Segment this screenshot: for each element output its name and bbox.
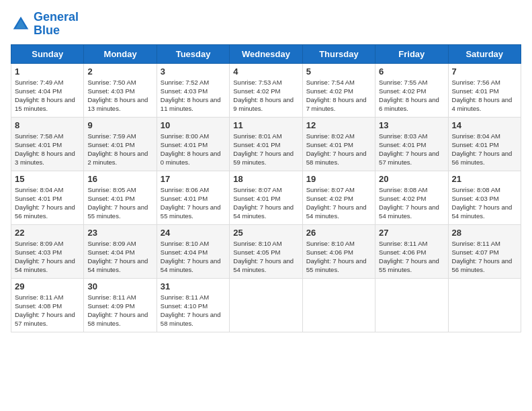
day-info: Sunrise: 8:11 AMSunset: 4:07 PMDaylight:… <box>452 239 517 275</box>
day-number: 19 <box>306 174 371 184</box>
day-info: Sunrise: 8:06 AMSunset: 4:01 PMDaylight:… <box>161 185 226 221</box>
weekday-header: Sunday <box>11 44 84 63</box>
day-number: 18 <box>233 174 298 184</box>
calendar-cell: 31Sunrise: 8:11 AMSunset: 4:10 PMDayligh… <box>157 278 229 332</box>
calendar-cell: 11Sunrise: 8:01 AMSunset: 4:01 PMDayligh… <box>230 117 302 171</box>
weekday-header: Saturday <box>448 44 521 63</box>
logo-icon <box>11 14 31 34</box>
calendar-cell: 6Sunrise: 7:55 AMSunset: 4:02 PMDaylight… <box>375 63 448 117</box>
day-info: Sunrise: 8:08 AMSunset: 4:02 PMDaylight:… <box>379 185 444 221</box>
day-number: 23 <box>87 228 152 238</box>
day-number: 11 <box>233 120 298 130</box>
day-number: 21 <box>452 174 517 184</box>
calendar-cell: 17Sunrise: 8:06 AMSunset: 4:01 PMDayligh… <box>157 171 229 224</box>
day-number: 7 <box>452 66 517 77</box>
day-number: 14 <box>452 120 517 130</box>
day-info: Sunrise: 8:04 AMSunset: 4:01 PMDaylight:… <box>452 132 517 167</box>
day-info: Sunrise: 8:10 AMSunset: 4:05 PMDaylight:… <box>233 239 298 275</box>
calendar-cell: 10Sunrise: 8:00 AMSunset: 4:01 PMDayligh… <box>157 117 229 171</box>
calendar-cell: 13Sunrise: 8:03 AMSunset: 4:01 PMDayligh… <box>375 117 448 171</box>
calendar-cell: 9Sunrise: 7:59 AMSunset: 4:01 PMDaylight… <box>84 117 157 171</box>
day-number: 5 <box>306 66 371 77</box>
calendar-cell: 5Sunrise: 7:54 AMSunset: 4:02 PMDaylight… <box>302 63 375 117</box>
calendar-cell: 25Sunrise: 8:10 AMSunset: 4:05 PMDayligh… <box>230 224 302 278</box>
day-number: 2 <box>87 66 152 77</box>
calendar-cell <box>448 278 521 332</box>
day-info: Sunrise: 8:07 AMSunset: 4:02 PMDaylight:… <box>306 185 371 221</box>
calendar-cell: 30Sunrise: 8:11 AMSunset: 4:09 PMDayligh… <box>84 278 157 332</box>
day-info: Sunrise: 8:11 AMSunset: 4:10 PMDaylight:… <box>161 293 226 328</box>
calendar-cell: 19Sunrise: 8:07 AMSunset: 4:02 PMDayligh… <box>302 171 375 224</box>
calendar-cell: 21Sunrise: 8:08 AMSunset: 4:03 PMDayligh… <box>448 171 521 224</box>
day-number: 17 <box>161 174 226 184</box>
day-number: 10 <box>161 120 226 130</box>
page-header: GeneralBlue <box>11 11 521 38</box>
calendar-cell: 14Sunrise: 8:04 AMSunset: 4:01 PMDayligh… <box>448 117 521 171</box>
day-number: 31 <box>161 281 226 291</box>
day-number: 4 <box>233 66 298 77</box>
weekday-header: Friday <box>375 44 448 63</box>
calendar-cell: 22Sunrise: 8:09 AMSunset: 4:03 PMDayligh… <box>11 224 84 278</box>
day-info: Sunrise: 8:02 AMSunset: 4:01 PMDaylight:… <box>306 132 371 167</box>
day-info: Sunrise: 8:11 AMSunset: 4:09 PMDaylight:… <box>87 293 152 328</box>
day-info: Sunrise: 8:01 AMSunset: 4:01 PMDaylight:… <box>233 132 298 167</box>
calendar-cell: 23Sunrise: 8:09 AMSunset: 4:04 PMDayligh… <box>84 224 157 278</box>
day-number: 27 <box>379 228 444 238</box>
weekday-header: Monday <box>84 44 157 63</box>
calendar-header-row: SundayMondayTuesdayWednesdayThursdayFrid… <box>11 44 521 63</box>
day-info: Sunrise: 8:00 AMSunset: 4:01 PMDaylight:… <box>161 132 226 167</box>
day-info: Sunrise: 8:08 AMSunset: 4:03 PMDaylight:… <box>452 185 517 221</box>
day-info: Sunrise: 8:05 AMSunset: 4:01 PMDaylight:… <box>87 185 152 221</box>
day-info: Sunrise: 7:54 AMSunset: 4:02 PMDaylight:… <box>306 78 371 113</box>
day-number: 28 <box>452 228 517 238</box>
logo: GeneralBlue <box>11 11 79 38</box>
calendar-week-row: 1Sunrise: 7:49 AMSunset: 4:04 PMDaylight… <box>11 63 521 117</box>
calendar-cell: 29Sunrise: 8:11 AMSunset: 4:08 PMDayligh… <box>11 278 84 332</box>
calendar-cell <box>230 278 302 332</box>
day-info: Sunrise: 7:53 AMSunset: 4:02 PMDaylight:… <box>233 78 298 113</box>
day-number: 26 <box>306 228 371 238</box>
calendar-week-row: 22Sunrise: 8:09 AMSunset: 4:03 PMDayligh… <box>11 224 521 278</box>
day-info: Sunrise: 7:58 AMSunset: 4:01 PMDaylight:… <box>15 132 80 167</box>
day-number: 13 <box>379 120 444 130</box>
day-number: 16 <box>87 174 152 184</box>
day-number: 9 <box>87 120 152 130</box>
day-info: Sunrise: 7:52 AMSunset: 4:03 PMDaylight:… <box>161 78 226 113</box>
day-number: 6 <box>379 66 444 77</box>
day-info: Sunrise: 7:56 AMSunset: 4:01 PMDaylight:… <box>452 78 517 113</box>
weekday-header: Thursday <box>302 44 375 63</box>
calendar-cell <box>375 278 448 332</box>
day-info: Sunrise: 8:11 AMSunset: 4:06 PMDaylight:… <box>379 239 444 275</box>
day-info: Sunrise: 8:04 AMSunset: 4:01 PMDaylight:… <box>15 185 80 221</box>
calendar-cell: 7Sunrise: 7:56 AMSunset: 4:01 PMDaylight… <box>448 63 521 117</box>
weekday-header: Wednesday <box>230 44 302 63</box>
day-number: 3 <box>161 66 226 77</box>
calendar-cell: 24Sunrise: 8:10 AMSunset: 4:04 PMDayligh… <box>157 224 229 278</box>
day-info: Sunrise: 8:11 AMSunset: 4:08 PMDaylight:… <box>15 293 80 328</box>
calendar-cell: 2Sunrise: 7:50 AMSunset: 4:03 PMDaylight… <box>84 63 157 117</box>
calendar-week-row: 15Sunrise: 8:04 AMSunset: 4:01 PMDayligh… <box>11 171 521 224</box>
calendar-cell: 3Sunrise: 7:52 AMSunset: 4:03 PMDaylight… <box>157 63 229 117</box>
day-info: Sunrise: 8:03 AMSunset: 4:01 PMDaylight:… <box>379 132 444 167</box>
day-info: Sunrise: 7:59 AMSunset: 4:01 PMDaylight:… <box>87 132 152 167</box>
calendar-cell: 12Sunrise: 8:02 AMSunset: 4:01 PMDayligh… <box>302 117 375 171</box>
logo-text: GeneralBlue <box>34 11 79 38</box>
day-number: 1 <box>15 66 80 77</box>
calendar-cell: 26Sunrise: 8:10 AMSunset: 4:06 PMDayligh… <box>302 224 375 278</box>
calendar-table: SundayMondayTuesdayWednesdayThursdayFrid… <box>11 44 521 332</box>
day-info: Sunrise: 8:10 AMSunset: 4:04 PMDaylight:… <box>161 239 226 275</box>
day-number: 12 <box>306 120 371 130</box>
calendar-cell: 27Sunrise: 8:11 AMSunset: 4:06 PMDayligh… <box>375 224 448 278</box>
day-number: 29 <box>15 281 80 291</box>
day-info: Sunrise: 7:50 AMSunset: 4:03 PMDaylight:… <box>87 78 152 113</box>
calendar-week-row: 29Sunrise: 8:11 AMSunset: 4:08 PMDayligh… <box>11 278 521 332</box>
calendar-cell: 8Sunrise: 7:58 AMSunset: 4:01 PMDaylight… <box>11 117 84 171</box>
calendar-cell: 15Sunrise: 8:04 AMSunset: 4:01 PMDayligh… <box>11 171 84 224</box>
day-info: Sunrise: 7:55 AMSunset: 4:02 PMDaylight:… <box>379 78 444 113</box>
calendar-cell: 16Sunrise: 8:05 AMSunset: 4:01 PMDayligh… <box>84 171 157 224</box>
day-number: 15 <box>15 174 80 184</box>
calendar-cell: 28Sunrise: 8:11 AMSunset: 4:07 PMDayligh… <box>448 224 521 278</box>
day-info: Sunrise: 8:09 AMSunset: 4:04 PMDaylight:… <box>87 239 152 275</box>
day-info: Sunrise: 8:07 AMSunset: 4:01 PMDaylight:… <box>233 185 298 221</box>
calendar-cell: 18Sunrise: 8:07 AMSunset: 4:01 PMDayligh… <box>230 171 302 224</box>
